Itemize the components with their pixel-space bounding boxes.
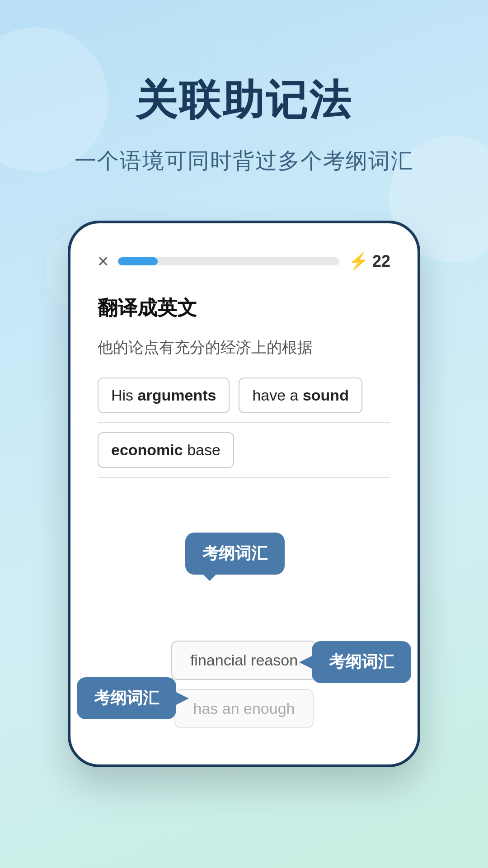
tooltip-bubble-1: 考纲词汇 <box>185 533 285 575</box>
section-title: 翻译成英文 <box>98 295 390 321</box>
lightning-icon: ⚡ <box>348 252 369 271</box>
score-badge: ⚡ 22 <box>348 252 390 271</box>
answer-chip-3: economic base <box>98 432 234 468</box>
answer-word-economic: economic <box>111 441 183 458</box>
option-has-an-enough-text: has an enough <box>193 700 295 717</box>
option-financial-reason[interactable]: financial reason <box>171 641 317 680</box>
close-button[interactable]: × <box>98 250 109 272</box>
tooltip-2-label: 考纲词汇 <box>329 652 394 671</box>
answer-word-arguments: arguments <box>138 387 216 404</box>
option-has-an-enough[interactable]: has an enough <box>174 689 314 728</box>
option-financial-reason-text: financial reason <box>190 651 298 669</box>
answer-divider-2 <box>98 477 390 478</box>
subtitle: 一个语境可同时背过多个考纲词汇 <box>75 146 413 175</box>
tooltip-bubble-2: 考纲词汇 <box>312 641 411 683</box>
tooltip-1-label: 考纲词汇 <box>202 544 267 562</box>
chinese-sentence: 他的论点有充分的经济上的根据 <box>98 335 390 359</box>
answer-row-1: His arguments have a sound <box>98 377 390 413</box>
answer-chip-1: His arguments <box>98 377 230 413</box>
answer-divider-1 <box>98 422 390 423</box>
progress-bar-row: × ⚡ 22 <box>98 250 390 272</box>
score-value: 22 <box>372 252 390 271</box>
main-title: 关联助记法 <box>136 72 352 128</box>
progress-fill <box>118 257 158 265</box>
progress-track <box>118 257 339 265</box>
answer-row-2: economic base <box>98 432 390 468</box>
answer-word-sound: sound <box>303 387 349 404</box>
tooltip-3-label: 考纲词汇 <box>94 689 159 707</box>
tooltip-bubble-3: 考纲词汇 <box>77 677 176 719</box>
answer-chip-2: have a sound <box>239 377 362 413</box>
